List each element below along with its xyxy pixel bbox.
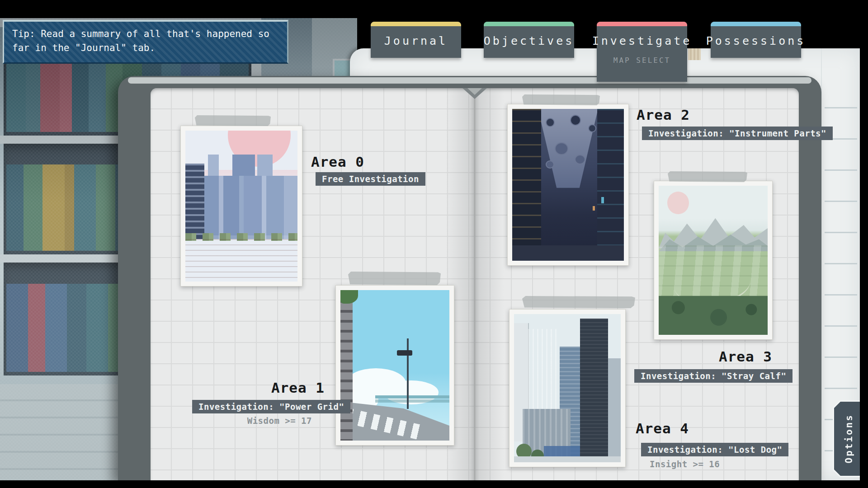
area-3-photo[interactable] [654, 181, 773, 340]
area-3-photo-image [659, 186, 768, 335]
map-select-label: MAP SELECT [597, 56, 687, 65]
tape-area-3 [668, 171, 747, 182]
tab-journal-accent [371, 22, 461, 26]
area-1-requirement: Wisdom >= 17 [206, 416, 312, 426]
tab-objectives[interactable]: Objectives [484, 22, 574, 58]
tab-investigate-label: Investigate [597, 26, 687, 55]
letterbox-right [860, 0, 868, 488]
area-2-name: Area 2 [637, 107, 690, 123]
tab-investigate[interactable]: Investigate MAP SELECT [597, 22, 687, 82]
tab-possessions[interactable]: Possessions [711, 22, 801, 58]
tape-area-2 [522, 94, 600, 105]
tab-possessions-accent [711, 22, 801, 26]
area-3-name: Area 3 [692, 348, 772, 365]
area-4-requirement: Insight >= 16 [650, 459, 720, 469]
area-1-photo[interactable] [335, 285, 454, 446]
tab-investigate-accent [597, 22, 687, 26]
washi-tape [688, 48, 701, 60]
area-1-photo-image [340, 290, 449, 441]
area-3-badge: Investigation: "Stray Calf" [634, 369, 793, 383]
area-4-photo-image [514, 314, 621, 462]
spine-line [474, 88, 476, 480]
area-4-photo[interactable] [509, 309, 626, 467]
area-2-photo[interactable] [507, 104, 629, 266]
options-label: Options [844, 414, 854, 464]
tape-area-1 [348, 272, 441, 285]
tip-box: Tip: Read a summary of all that's happen… [3, 20, 288, 64]
area-0-badge: Free Investigation [316, 172, 425, 186]
area-4-name: Area 4 [636, 420, 689, 436]
area-1-name: Area 1 [244, 380, 325, 396]
tab-possessions-label: Possessions [711, 26, 801, 55]
area-0-photo[interactable] [180, 126, 302, 286]
game-screen: Area 0 Free Investigation Area 1 Investi… [0, 0, 868, 488]
area-2-photo-image [512, 109, 624, 261]
tab-journal-label: Journal [371, 26, 461, 55]
notebook-page-stack-edge [128, 77, 811, 84]
area-1-badge: Investigation: "Power Grid" [192, 400, 350, 413]
tape-area-0 [195, 115, 271, 126]
tab-journal[interactable]: Journal [371, 22, 461, 58]
options-button[interactable]: Options [833, 400, 863, 477]
spine-notch-inner [467, 88, 482, 95]
options-button-body: Options [834, 402, 863, 476]
tape-area-4 [522, 296, 635, 308]
area-4-badge: Investigation: "Lost Dog" [641, 443, 788, 456]
tip-text: Tip: Read a summary of all that's happen… [12, 28, 269, 53]
area-2-badge: Investigation: "Instrument Parts" [642, 127, 833, 140]
area-0-name: Area 0 [311, 154, 364, 170]
letterbox-bottom [0, 480, 868, 488]
tab-objectives-accent [484, 22, 574, 26]
letterbox-top [0, 0, 868, 18]
area-0-photo-image [185, 131, 297, 282]
tab-objectives-label: Objectives [484, 26, 574, 55]
